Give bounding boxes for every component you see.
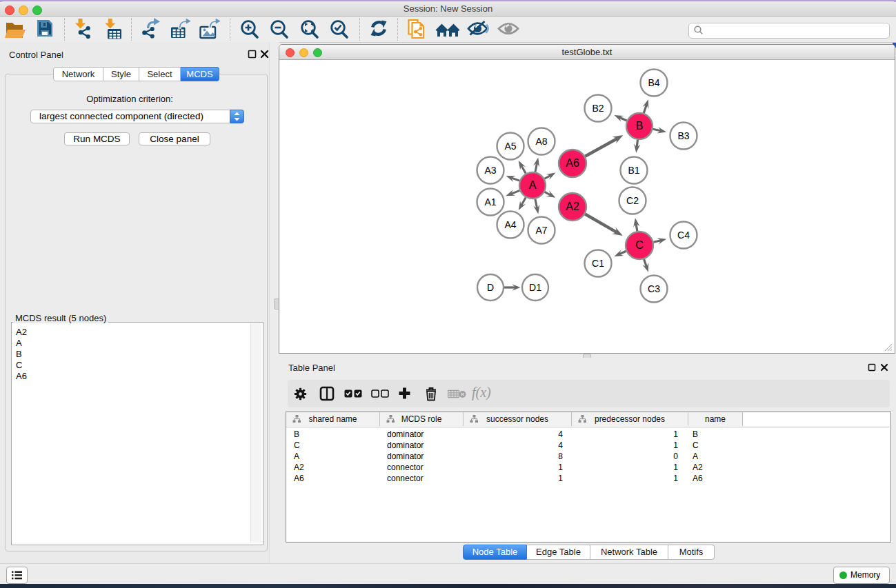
svg-text:C: C xyxy=(635,239,644,251)
svg-text:D1: D1 xyxy=(529,282,541,293)
svg-text:C3: C3 xyxy=(648,283,660,294)
svg-text:A: A xyxy=(529,179,537,191)
svg-text:B1: B1 xyxy=(628,165,639,176)
svg-text:C4: C4 xyxy=(677,230,690,241)
svg-text:A6: A6 xyxy=(566,157,579,169)
svg-text:A3: A3 xyxy=(484,165,496,176)
svg-text:B: B xyxy=(636,120,644,132)
svg-text:B2: B2 xyxy=(592,103,604,114)
svg-text:A5: A5 xyxy=(504,141,516,152)
svg-text:D: D xyxy=(487,282,494,293)
svg-text:B3: B3 xyxy=(677,130,689,141)
svg-text:B4: B4 xyxy=(648,77,659,88)
svg-text:A8: A8 xyxy=(535,136,547,147)
svg-text:A4: A4 xyxy=(504,219,516,230)
svg-text:C2: C2 xyxy=(626,195,639,206)
svg-text:A2: A2 xyxy=(566,201,579,212)
svg-text:C1: C1 xyxy=(592,258,604,269)
svg-text:A7: A7 xyxy=(535,225,547,236)
svg-text:A1: A1 xyxy=(484,196,496,207)
